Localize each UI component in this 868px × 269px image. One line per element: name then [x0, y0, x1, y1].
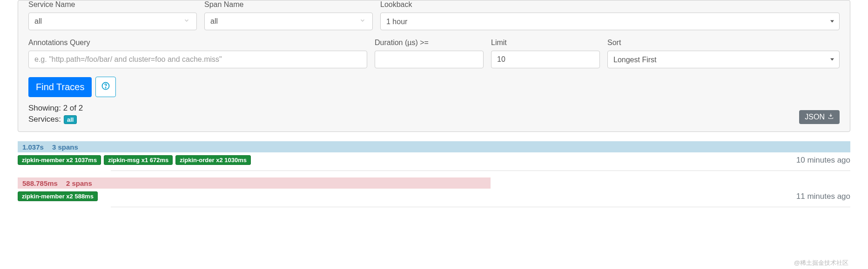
service-name-select[interactable]: all: [28, 13, 197, 30]
trace-divider: [111, 207, 850, 207]
trace-meta: zipkin-member x2 1037mszipkin-msg x1 672…: [18, 155, 850, 165]
help-button[interactable]: [95, 77, 116, 97]
service-name-group: Service Name all: [28, 0, 197, 30]
service-span-tag: zipkin-member x2 588ms: [18, 191, 98, 201]
lookback-select[interactable]: 1 hour: [380, 13, 840, 30]
download-icon: [828, 113, 834, 121]
trace-row[interactable]: 1.037s3 spanszipkin-member x2 1037mszipk…: [18, 141, 850, 171]
lookback-group: Lookback 1 hour: [380, 0, 840, 30]
duration-group: Duration (µs) >=: [375, 39, 484, 68]
service-name-label: Service Name: [28, 0, 197, 9]
span-name-label: Span Name: [204, 0, 373, 9]
services-badge: all: [64, 115, 77, 124]
duration-label: Duration (µs) >=: [375, 39, 484, 47]
service-span-tag: zipkin-msg x1 672ms: [104, 155, 173, 165]
sort-select[interactable]: Longest First: [607, 51, 840, 68]
trace-row[interactable]: 588.785ms2 spanszipkin-member x2 588ms11…: [18, 177, 850, 207]
limit-input[interactable]: [491, 51, 600, 68]
service-span-tag: zipkin-order x2 1030ms: [175, 155, 251, 165]
results-list: 1.037s3 spanszipkin-member x2 1037mszipk…: [18, 141, 850, 207]
trace-span-count: 2 spans: [66, 179, 92, 187]
filter-row-1: Service Name all Span Name all Lookback: [28, 0, 840, 30]
search-panel: Service Name all Span Name all Lookback: [18, 0, 850, 132]
actions-left: Find Traces Showing: 2 of 2 Services: al…: [28, 77, 116, 124]
annotations-label: Annotations Query: [28, 39, 367, 47]
limit-group: Limit: [491, 39, 600, 68]
trace-time-ago: 10 minutes ago: [796, 156, 850, 165]
trace-time-ago: 11 minutes ago: [796, 192, 850, 201]
json-download-button[interactable]: JSON: [799, 110, 840, 124]
services-line: Services: all: [28, 115, 116, 124]
limit-label: Limit: [491, 39, 600, 47]
filter-row-2: Annotations Query Duration (µs) >= Limit…: [28, 39, 840, 68]
annotations-input[interactable]: [28, 51, 367, 68]
services-label: Services:: [28, 115, 61, 124]
trace-meta: zipkin-member x2 588ms11 minutes ago: [18, 191, 850, 201]
trace-duration-bar[interactable]: 588.785ms2 spans: [18, 177, 491, 189]
question-circle-icon: [101, 82, 110, 92]
annotations-group: Annotations Query: [28, 39, 367, 68]
service-name-value: all: [34, 17, 42, 26]
lookback-label: Lookback: [380, 0, 840, 9]
duration-input[interactable]: [375, 51, 484, 68]
trace-divider: [111, 171, 850, 171]
trace-span-count: 3 spans: [52, 143, 78, 151]
sort-group: Sort Longest First: [607, 39, 840, 68]
trace-duration-bar[interactable]: 1.037s3 spans: [18, 141, 850, 152]
button-row: Find Traces: [28, 77, 116, 97]
json-label: JSON: [805, 113, 825, 121]
showing-text: Showing: 2 of 2: [28, 104, 116, 113]
chevron-down-icon: [359, 17, 366, 26]
find-traces-button[interactable]: Find Traces: [28, 77, 92, 97]
trace-tags: zipkin-member x2 588ms: [18, 191, 98, 201]
span-name-group: Span Name all: [204, 0, 373, 30]
sort-label: Sort: [607, 39, 840, 47]
service-span-tag: zipkin-member x2 1037ms: [18, 155, 101, 165]
actions-row: Find Traces Showing: 2 of 2 Services: al…: [28, 77, 840, 124]
trace-tags: zipkin-member x2 1037mszipkin-msg x1 672…: [18, 155, 251, 165]
span-name-select[interactable]: all: [204, 13, 373, 30]
trace-duration: 588.785ms: [22, 179, 58, 187]
span-name-value: all: [210, 17, 218, 26]
sort-select-wrap: Longest First: [607, 51, 840, 68]
chevron-down-icon: [183, 17, 190, 26]
trace-duration: 1.037s: [22, 143, 44, 151]
lookback-select-wrap: 1 hour: [380, 13, 840, 30]
svg-point-1: [106, 87, 106, 88]
